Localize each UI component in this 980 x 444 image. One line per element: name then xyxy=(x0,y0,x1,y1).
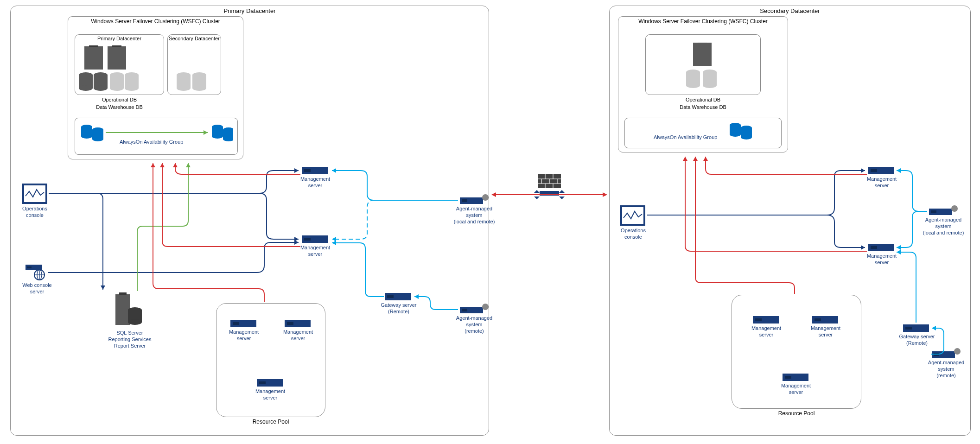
svg-marker-136 xyxy=(683,157,687,161)
svg-marker-68 xyxy=(294,240,299,245)
primary-connectors xyxy=(0,0,491,436)
svg-marker-94 xyxy=(491,192,496,197)
svg-marker-132 xyxy=(897,245,901,250)
svg-marker-137 xyxy=(693,157,698,161)
svg-marker-130 xyxy=(861,245,865,250)
svg-marker-95 xyxy=(603,192,607,197)
svg-marker-69 xyxy=(101,285,105,290)
svg-marker-70 xyxy=(186,163,191,167)
svg-marker-135 xyxy=(703,157,708,161)
secondary-connectors xyxy=(609,0,975,436)
svg-marker-133 xyxy=(897,250,901,254)
svg-marker-131 xyxy=(897,168,901,173)
svg-marker-77 xyxy=(414,294,419,299)
svg-marker-134 xyxy=(932,326,936,330)
svg-marker-73 xyxy=(160,163,165,167)
svg-marker-129 xyxy=(861,168,865,173)
firewall-red-link xyxy=(490,190,609,199)
svg-marker-75 xyxy=(332,237,336,241)
svg-marker-72 xyxy=(173,163,178,167)
svg-marker-74 xyxy=(332,168,336,173)
svg-marker-66 xyxy=(294,168,299,173)
svg-marker-71 xyxy=(151,163,155,167)
svg-marker-76 xyxy=(332,241,336,245)
